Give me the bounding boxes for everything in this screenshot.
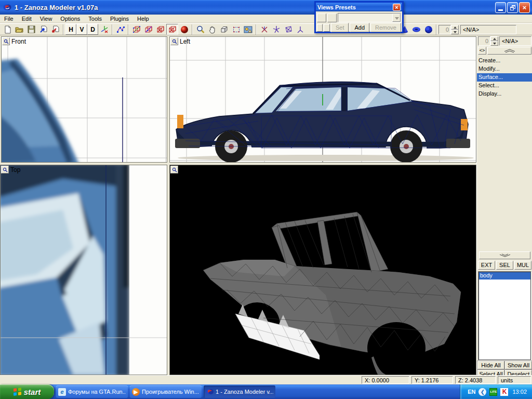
open-file-button[interactable] (14, 24, 25, 35)
close-button[interactable]: × (519, 2, 530, 13)
viewport-zoom-button[interactable] (2, 37, 10, 45)
window-titlebar[interactable]: 1 - Zanoza Modeler v1.07a × (0, 0, 532, 15)
menu-edit[interactable]: Edit (18, 15, 36, 22)
viewport-zoom-button[interactable] (1, 166, 9, 174)
panel-collapse-button[interactable] (487, 47, 531, 55)
spinner-down-button[interactable] (451, 30, 459, 34)
mul-mode-button[interactable]: MUL (514, 261, 531, 270)
toolbar-spinner-value[interactable]: 0 (438, 25, 451, 34)
language-indicator[interactable]: EN (468, 389, 475, 395)
panel-na-field[interactable]: <N/A> (499, 36, 531, 46)
orbit-tool-button[interactable] (218, 24, 230, 35)
preset-slot-button-3[interactable] (317, 24, 323, 32)
toggle-v-button[interactable]: V (76, 24, 87, 35)
select-region-tool-button[interactable] (230, 24, 242, 35)
preset-slot-button-2[interactable] (327, 14, 337, 22)
viewport-zoom-button[interactable] (170, 166, 178, 174)
preset-slot-button-1[interactable] (317, 14, 326, 22)
export-file-button[interactable] (49, 24, 61, 35)
taskbar-task-media-player[interactable]: ▶ Проигрыватель Win... (130, 385, 202, 398)
edit-vertices-button[interactable] (114, 24, 126, 35)
show-all-button[interactable]: Show All (505, 361, 532, 369)
deselect-button[interactable]: Deselect (505, 370, 532, 375)
view-settings-tool-button[interactable] (242, 24, 254, 35)
tray-collapse-chevron-icon[interactable]: ❮ (478, 388, 486, 396)
views-presets-title: Views Presets (317, 4, 393, 10)
menu-file[interactable]: File (0, 15, 18, 22)
preset-set-button[interactable]: Set (331, 23, 349, 32)
viewport-front[interactable]: Front (1, 36, 167, 163)
axis-tool-1-button[interactable] (258, 24, 270, 35)
clock[interactable]: 13:02 (512, 389, 527, 395)
spinner-down-button[interactable] (490, 41, 498, 46)
menu-plugins[interactable]: Plugins (106, 15, 133, 22)
create-torus-button[interactable] (410, 24, 422, 35)
magnifier-icon (196, 25, 205, 34)
sel-mode-button[interactable]: SEL (496, 261, 513, 270)
import-file-button[interactable] (37, 24, 49, 35)
internet-explorer-icon: e (58, 388, 66, 396)
objects-list[interactable]: body (478, 271, 531, 361)
viewport-zoom-button[interactable] (170, 37, 178, 45)
menu-view[interactable]: View (36, 15, 57, 22)
panel-menu-create[interactable]: Create... (477, 57, 532, 65)
taskbar-task-gta-forums[interactable]: e Форумы на GTA.Run... (56, 385, 128, 398)
cube-edges-mode-button[interactable] (142, 24, 154, 35)
panel-expand-button[interactable]: <> (478, 47, 486, 55)
open-folder-icon (15, 25, 24, 34)
cube-objects-mode-button[interactable] (166, 24, 178, 35)
toolbar-na-field[interactable]: <N/A> (460, 25, 516, 34)
views-presets-dialog[interactable]: Views Presets × Set Add Remove (314, 1, 404, 33)
panel-menu-modify[interactable]: Modify... (477, 65, 532, 73)
preset-slot-button-4[interactable] (324, 24, 329, 32)
ext-mode-button[interactable]: EXT (478, 261, 495, 270)
new-file-icon (4, 25, 12, 34)
toolbar-separator (256, 24, 257, 35)
toggle-d-button[interactable]: D (87, 24, 98, 35)
restore-button[interactable] (507, 2, 518, 13)
views-presets-titlebar[interactable]: Views Presets × (316, 3, 402, 11)
viewport-front-label: Front (11, 38, 26, 45)
material-sphere-button[interactable] (178, 24, 190, 35)
lite-tray-icon[interactable]: LITE (489, 388, 497, 396)
axis-tool-4-button[interactable] (294, 24, 306, 35)
panel-menu-surface[interactable]: Surface... (477, 73, 532, 82)
start-button[interactable]: start (0, 384, 54, 399)
delete-axes-button[interactable] (98, 24, 110, 35)
cube-faces-mode-button[interactable] (154, 24, 166, 35)
objects-collapse-button[interactable] (479, 251, 530, 259)
viewport-top[interactable]: Top (0, 165, 167, 375)
axis-tool-3-button[interactable] (282, 24, 294, 35)
save-file-button[interactable] (25, 24, 37, 35)
zmodeler-icon (206, 388, 214, 396)
panel-spinner-value[interactable]: 0 (478, 36, 490, 46)
new-file-button[interactable] (2, 24, 14, 35)
preset-add-button[interactable]: Add (350, 23, 369, 32)
select-all-button[interactable]: Select All (477, 370, 504, 375)
pan-tool-button[interactable] (206, 24, 218, 35)
viewport-3d[interactable] (169, 165, 476, 375)
taskbar-task-zmodeler[interactable]: 1 - Zanoza Modeler v... (204, 385, 275, 398)
preset-dropdown[interactable] (338, 13, 401, 22)
spinner-up-button[interactable] (451, 25, 459, 30)
preset-remove-button[interactable]: Remove (370, 23, 401, 32)
menu-tools[interactable]: Tools (84, 15, 106, 22)
panel-menu-display[interactable]: Display... (477, 90, 532, 98)
cube-vertices-mode-button[interactable] (130, 24, 142, 35)
material-sphere-icon (180, 25, 189, 34)
views-presets-close-button[interactable]: × (393, 4, 401, 11)
panel-menu-select[interactable]: Select... (477, 82, 532, 90)
toggle-h-button[interactable]: H (65, 24, 76, 35)
create-sphere-button[interactable] (422, 24, 434, 35)
menu-help[interactable]: Help (133, 15, 153, 22)
hide-all-button[interactable]: Hide All (477, 361, 504, 369)
status-y-coordinate: Y: 1.2176 (411, 376, 453, 384)
menu-options[interactable]: Options (56, 15, 84, 22)
zoom-tool-button[interactable] (194, 24, 206, 35)
axis-tool-2-button[interactable] (270, 24, 282, 35)
object-list-item[interactable]: body (478, 272, 531, 280)
kaspersky-tray-icon[interactable]: K (500, 388, 508, 396)
spinner-up-button[interactable] (490, 36, 498, 41)
minimize-button[interactable] (495, 2, 506, 13)
viewport-left[interactable]: Left (169, 36, 476, 163)
